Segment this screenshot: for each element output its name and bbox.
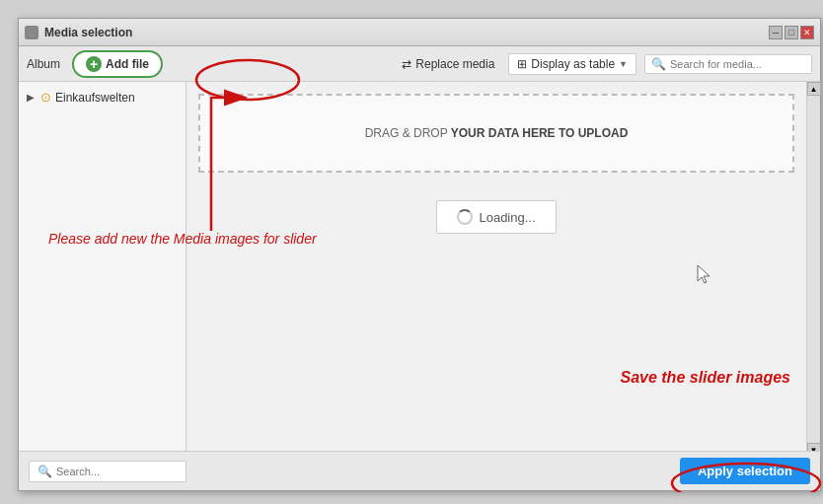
dialog-icon — [25, 26, 38, 39]
dialog-title: Media selection — [44, 26, 132, 39]
media-selection-dialog: Media selection ─ □ ✕ Album + Add file ⇄… — [18, 18, 821, 491]
spinner-icon — [457, 209, 473, 225]
maximize-button[interactable]: □ — [785, 26, 798, 39]
search-icon: 🔍 — [651, 57, 666, 71]
replace-media-button[interactable]: ⇄ Replace media — [396, 55, 500, 73]
loading-container: Loading... — [187, 200, 806, 234]
bottom-search-box: 🔍 — [29, 461, 187, 482]
drop-zone-prefix: DRAG & DROP — [365, 126, 451, 140]
loading-indicator: Loading... — [436, 200, 556, 234]
toolbar: Album + Add file ⇄ Replace media ⊞ Displ… — [19, 46, 820, 82]
display-table-label: Display as table — [531, 57, 615, 71]
title-bar: Media selection ─ □ ✕ — [19, 19, 820, 46]
bottom-search-input[interactable] — [56, 466, 185, 477]
display-table-button[interactable]: ⊞ Display as table ▼ — [508, 53, 636, 75]
window-controls: ─ □ ✕ — [769, 26, 814, 39]
drop-zone: DRAG & DROP YOUR DATA HERE TO UPLOAD — [198, 94, 794, 173]
drop-zone-bold: YOUR DATA HERE TO UPLOAD — [451, 126, 629, 140]
close-button[interactable]: ✕ — [800, 26, 814, 39]
replace-media-label: Replace media — [415, 57, 494, 71]
sidebar-item-label: Einkaufswelten — [55, 91, 135, 105]
sidebar: ▶ ⊙ Einkaufswelten — [19, 82, 187, 457]
loading-label: Loading... — [479, 210, 535, 225]
replace-media-icon: ⇄ — [402, 57, 412, 71]
content-area: ▶ ⊙ Einkaufswelten DRAG & DROP YOUR DATA… — [19, 82, 820, 457]
expand-icon: ▶ — [27, 92, 37, 103]
table-icon: ⊞ — [517, 57, 527, 71]
minimize-button[interactable]: ─ — [769, 26, 783, 39]
folder-icon: ⊙ — [40, 90, 51, 105]
chevron-down-icon: ▼ — [619, 59, 628, 69]
album-label: Album — [27, 57, 60, 71]
bottom-search-icon: 🔍 — [37, 465, 52, 478]
add-file-button[interactable]: + Add file — [72, 50, 163, 78]
main-panel: DRAG & DROP YOUR DATA HERE TO UPLOAD Loa… — [187, 82, 806, 457]
drop-zone-text: DRAG & DROP YOUR DATA HERE TO UPLOAD — [365, 126, 629, 140]
add-file-label: Add file — [106, 57, 149, 71]
scroll-up-button[interactable]: ▲ — [807, 82, 821, 96]
plus-icon: + — [86, 56, 102, 72]
right-scrollbar: ▲ ▼ — [806, 82, 820, 457]
apply-selection-button[interactable]: Apply selection — [680, 458, 810, 484]
bottom-bar: 🔍 Apply selection — [19, 451, 820, 490]
sidebar-item-einkaufswelten[interactable]: ▶ ⊙ Einkaufswelten — [19, 86, 186, 108]
media-search-box: 🔍 — [644, 54, 812, 74]
media-search-input[interactable] — [670, 58, 806, 70]
